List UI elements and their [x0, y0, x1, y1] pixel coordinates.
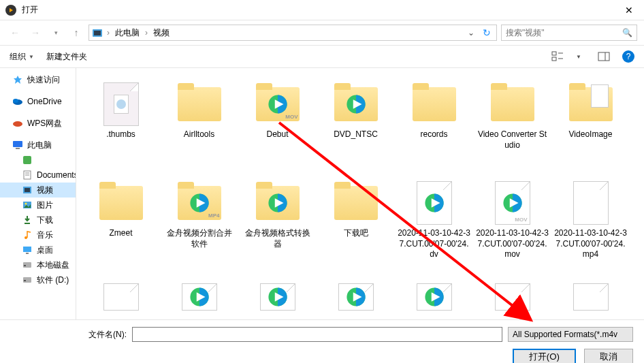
back-button[interactable]: ← — [7, 25, 23, 41]
sidebar-item-software-d[interactable]: 软件 (D:) — [0, 272, 76, 287]
sidebar-label: WPS网盘 — [27, 118, 62, 129]
file-item[interactable]: DVD_NTSC — [317, 78, 395, 176]
file-thumb — [564, 278, 618, 316]
caret-down-icon: ▼ — [29, 54, 34, 60]
search-box[interactable]: 🔍 — [501, 25, 637, 41]
file-item[interactable]: Zmeet — [82, 176, 160, 275]
file-thumb — [407, 278, 462, 316]
view-caret-icon[interactable]: ▼ — [576, 54, 581, 60]
sidebar-item-onedrive[interactable]: OneDrive — [0, 94, 76, 109]
svg-rect-25 — [23, 247, 31, 252]
sidebar-item-local-disk[interactable]: 本地磁盘 — [0, 257, 76, 272]
app-icon — [5, 5, 16, 16]
desktop-icon — [22, 244, 33, 255]
file-item[interactable] — [160, 275, 238, 316]
forward-button[interactable]: → — [27, 25, 44, 41]
file-thumb — [94, 278, 148, 316]
sidebar-item-special[interactable] — [0, 153, 76, 168]
breadcrumb-videos[interactable]: 视频 — [152, 27, 171, 39]
svg-marker-8 — [14, 76, 22, 84]
file-label: 2020-11-03-10-42-37.CUT.00'07-00'24.mov — [473, 227, 551, 262]
close-icon[interactable]: ✕ — [619, 5, 639, 16]
search-icon[interactable]: 🔍 — [622, 28, 632, 37]
file-item[interactable] — [317, 275, 395, 316]
sidebar-item-downloads[interactable]: 下载 — [0, 212, 76, 227]
file-item[interactable] — [82, 275, 160, 316]
recent-dropdown[interactable]: ▾ — [48, 25, 64, 41]
file-thumb — [251, 278, 305, 316]
file-thumb — [485, 80, 540, 128]
file-item[interactable]: MOVDebut — [238, 78, 317, 176]
file-label: 2020-11-03-10-42-37.CUT.00'07-00'24.mp4 — [551, 227, 630, 262]
filename-input[interactable] — [132, 327, 502, 342]
file-thumb — [407, 80, 462, 128]
file-label: VideoImage — [566, 128, 615, 142]
up-button[interactable]: ↑ — [68, 25, 84, 41]
file-thumb — [407, 179, 462, 227]
file-label: Video Converter Studio — [473, 128, 551, 152]
new-folder-button[interactable]: 新建文件夹 — [46, 51, 87, 63]
filename-label: 文件名(N): — [11, 329, 127, 341]
file-item[interactable] — [395, 275, 473, 316]
sidebar-item-quick-access[interactable]: 快速访问 — [0, 72, 76, 87]
file-thumb: MOV — [485, 179, 540, 227]
open-button[interactable]: 打开(O) — [513, 349, 576, 363]
organize-label: 组织 — [10, 51, 26, 63]
file-label: .thumbs — [103, 128, 138, 142]
svg-rect-28 — [24, 265, 26, 266]
svg-point-11 — [13, 121, 22, 127]
file-item[interactable]: 下载吧 — [317, 176, 395, 275]
help-button[interactable]: ? — [622, 50, 634, 63]
sidebar-item-music[interactable]: 音乐 — [0, 227, 76, 242]
cloud-icon — [12, 96, 23, 107]
sidebar-item-this-pc[interactable]: 此电脑 — [0, 138, 76, 153]
breadcrumb-this-pc[interactable]: 此电脑 — [114, 27, 141, 39]
file-item[interactable] — [551, 275, 630, 316]
cancel-button[interactable]: 取消 — [584, 349, 633, 363]
file-item[interactable]: MOV2020-11-03-10-42-37.CUT.00'07-00'24.m… — [473, 176, 551, 275]
address-bar[interactable]: › 此电脑 › 视频 ⌄ ↻ — [88, 25, 497, 41]
file-item[interactable]: MP4金舟视频分割合并软件 — [160, 176, 238, 275]
file-item[interactable]: 金舟视频格式转换器 — [238, 176, 317, 275]
svg-rect-12 — [13, 141, 22, 147]
preview-pane-button[interactable] — [598, 50, 610, 63]
svg-rect-30 — [24, 280, 26, 281]
file-grid[interactable]: .thumbsAirlltoolsMOVDebutDVD_NTSCrecords… — [76, 68, 644, 319]
new-folder-label: 新建文件夹 — [46, 51, 87, 63]
search-input[interactable] — [506, 28, 622, 37]
svg-rect-26 — [26, 253, 29, 254]
svg-rect-6 — [598, 52, 609, 61]
file-item[interactable]: 2020-11-03-10-42-37.CUT.00'07-00'24.dv — [395, 176, 473, 275]
sidebar-item-pictures[interactable]: 图片 — [0, 198, 76, 212]
file-item[interactable]: records — [395, 78, 473, 176]
sidebar-item-desktop[interactable]: 桌面 — [0, 242, 76, 257]
picture-icon — [22, 200, 33, 210]
file-thumb: MOV — [251, 80, 305, 128]
file-item[interactable] — [473, 275, 551, 316]
file-thumb — [564, 80, 618, 128]
file-item[interactable]: .thumbs — [82, 78, 160, 176]
refresh-icon[interactable]: ↻ — [480, 27, 494, 38]
organize-menu[interactable]: 组织 ▼ — [10, 51, 34, 63]
sidebar-item-documents[interactable]: Documents — [0, 168, 76, 183]
sidebar-item-wps[interactable]: WPS网盘 — [0, 116, 76, 131]
view-options-button[interactable] — [551, 50, 564, 63]
sidebar-label: 本地磁盘 — [37, 259, 69, 271]
file-thumb — [94, 179, 148, 227]
open-label: 打开(O) — [529, 351, 560, 363]
chevron-right-icon: › — [106, 28, 111, 37]
file-label: DVD_NTSC — [331, 128, 381, 142]
video-icon — [22, 185, 33, 195]
file-item[interactable]: Airlltools — [160, 78, 238, 176]
sidebar-item-videos[interactable]: 视频 — [0, 183, 76, 198]
svg-rect-14 — [23, 156, 31, 164]
file-item[interactable]: VideoImage — [551, 78, 630, 176]
disk-icon — [22, 259, 33, 270]
music-icon — [22, 230, 33, 240]
address-dropdown-icon[interactable]: ⌄ — [465, 28, 477, 37]
file-item[interactable]: 2020-11-03-10-42-37.CUT.00'07-00'24.mp4 — [551, 176, 630, 275]
filetype-dropdown[interactable]: All Supported Formats(*.m4v — [508, 327, 633, 342]
file-label: 2020-11-03-10-42-37.CUT.00'07-00'24.dv — [395, 227, 473, 262]
file-item[interactable] — [238, 275, 317, 316]
file-item[interactable]: Video Converter Studio — [473, 78, 551, 176]
